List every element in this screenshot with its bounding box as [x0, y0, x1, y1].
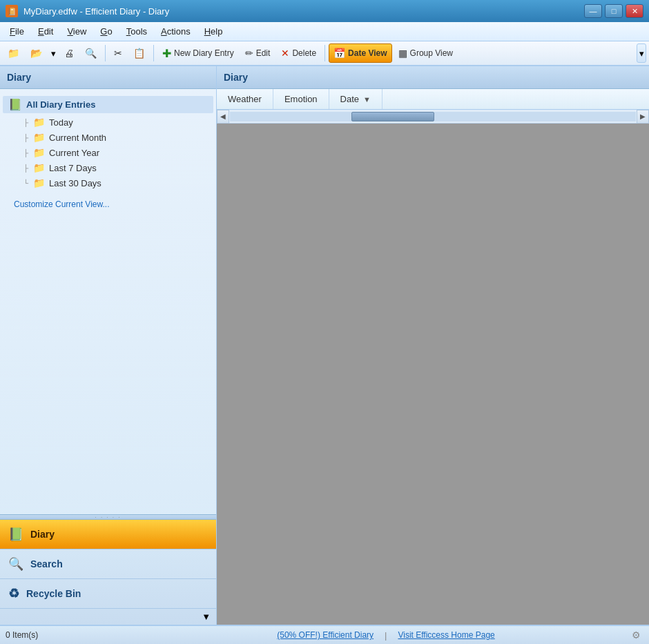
toolbar-overflow[interactable]: ▾ [637, 43, 646, 63]
toolbar-group-view-label: Group View [410, 48, 453, 58]
toolbar-open[interactable]: 📂 [26, 43, 47, 63]
scroll-track[interactable] [230, 112, 636, 121]
nav-search-label: Search [30, 558, 63, 569]
toolbar-date-view-label: Date View [348, 48, 387, 58]
menu-help[interactable]: Help [197, 24, 230, 39]
toolbar-open-dropdown[interactable]: ▾ [48, 43, 58, 63]
home-link[interactable]: Visit Efficcess Home Page [398, 630, 494, 640]
main-layout: Diary 📗 All Diary Entries ├ 📁 Today ├ 📁 … [0, 66, 649, 625]
item-count: 0 Item(s) [6, 630, 144, 640]
new-entry-icon: ✚ [162, 47, 171, 60]
toolbar-print[interactable]: 🖨 [59, 43, 79, 63]
tree-current-month-label: Current Month [49, 133, 106, 143]
toolbar-delete[interactable]: ✕ Delete [276, 43, 321, 63]
col-date-sort-icon: ▼ [363, 95, 371, 104]
app-icon: 📔 [6, 5, 18, 17]
status-icon-area[interactable]: ⚙ [628, 630, 643, 641]
scroll-left-button[interactable]: ◀ [217, 110, 229, 124]
tree-today-label: Today [49, 117, 73, 128]
last-30-days-folder-icon: 📁 [33, 177, 45, 188]
delete-icon: ✕ [281, 48, 289, 59]
toolbar-new-entry[interactable]: ✚ New Diary Entry [157, 43, 239, 63]
nav-recycle-bin-label: Recycle Bin [26, 588, 81, 599]
toolbar-group-view[interactable]: ▦ Group View [394, 43, 458, 63]
tree-root-label: All Diary Entries [26, 99, 95, 110]
tree-current-year-label: Current Year [49, 148, 99, 158]
window-title: MyDiary.edfw - Efficient Diary - Diary [23, 6, 584, 17]
tree-item-current-month[interactable]: ├ 📁 Current Month [19, 130, 216, 145]
tree-item-last-7-days[interactable]: ├ 📁 Last 7 Days [19, 160, 216, 175]
all-entries-icon: 📗 [8, 98, 22, 111]
menu-go[interactable]: Go [93, 24, 119, 39]
tree-item-current-year[interactable]: ├ 📁 Current Year [19, 145, 216, 160]
separator-3 [324, 45, 325, 61]
close-button[interactable]: ✕ [626, 4, 643, 18]
tree-children: ├ 📁 Today ├ 📁 Current Month ├ 📁 Current … [19, 115, 216, 191]
menu-actions[interactable]: Actions [154, 24, 197, 39]
toolbar-new-folder[interactable]: 📁 [3, 43, 24, 63]
nav-more-arrow-icon: ▼ [202, 612, 211, 622]
maximize-button[interactable]: □ [605, 4, 623, 18]
new-folder-icon: 📁 [8, 48, 19, 59]
menu-file[interactable]: File [3, 24, 31, 39]
customize-link[interactable]: Customize Current View... [7, 193, 117, 216]
today-folder-icon: 📁 [33, 117, 45, 128]
open-icon: 📂 [30, 48, 42, 59]
nav-search[interactable]: 🔍 Search [0, 549, 216, 579]
col-header-weather[interactable]: Weather [217, 89, 273, 109]
toolbar-copy[interactable]: 📋 [128, 43, 150, 63]
left-panel: Diary 📗 All Diary Entries ├ 📁 Today ├ 📁 … [0, 66, 217, 625]
col-header-date[interactable]: Date ▼ [329, 89, 382, 109]
panel-resizer[interactable]: · · · · · [0, 514, 216, 520]
nav-diary-label: Diary [30, 529, 55, 540]
left-panel-header: Diary [0, 66, 216, 89]
tree-item-today[interactable]: ├ 📁 Today [19, 115, 216, 130]
nav-diary[interactable]: 📗 Diary [0, 520, 216, 549]
tree-item-last-30-days[interactable]: └ 📁 Last 30 Days [19, 175, 216, 191]
minimize-button[interactable]: — [584, 4, 602, 18]
horizontal-scrollbar[interactable]: ◀ ▶ [217, 110, 649, 124]
toolbar-edit[interactable]: ✏ Edit [240, 43, 275, 63]
current-year-folder-icon: 📁 [33, 147, 45, 158]
toolbar-find[interactable]: 🔍 [80, 43, 101, 63]
scroll-thumb[interactable] [351, 112, 434, 121]
col-emotion-label: Emotion [284, 94, 318, 104]
tree-last-30-days-label: Last 30 Days [49, 178, 101, 188]
menu-edit[interactable]: Edit [31, 24, 60, 39]
title-bar: 📔 MyDiary.edfw - Efficient Diary - Diary… [0, 0, 649, 22]
scroll-right-button[interactable]: ▶ [637, 110, 649, 124]
toolbar-edit-label: Edit [256, 48, 271, 58]
group-view-icon: ▦ [398, 48, 407, 59]
nav-recycle-bin[interactable]: ♻ Recycle Bin [0, 579, 216, 609]
promo-link[interactable]: (50% OFF!) Efficient Diary [277, 630, 374, 640]
tree-last-7-days-label: Last 7 Days [49, 163, 97, 173]
nav-buttons: 📗 Diary 🔍 Search ♻ Recycle Bin ▼ [0, 520, 216, 625]
col-weather-label: Weather [228, 94, 262, 104]
diary-content-area [217, 124, 649, 625]
nav-more-button[interactable]: ▼ [0, 609, 216, 625]
col-header-emotion[interactable]: Emotion [273, 89, 329, 109]
current-month-folder-icon: 📁 [33, 132, 45, 143]
separator-2 [153, 45, 154, 61]
status-gear-icon: ⚙ [632, 630, 641, 641]
date-view-icon: 📅 [333, 48, 345, 59]
status-bar: 0 Item(s) (50% OFF!) Efficient Diary | V… [0, 625, 649, 644]
status-separator: | [385, 630, 387, 641]
tree-root-all-entries[interactable]: 📗 All Diary Entries [3, 96, 213, 113]
right-panel-header: Diary [217, 66, 649, 89]
separator-1 [105, 45, 106, 61]
search-nav-icon: 🔍 [8, 556, 23, 572]
cut-icon: ✂ [114, 48, 122, 59]
menu-view[interactable]: View [60, 24, 93, 39]
content-area: ◀ ▶ [217, 110, 649, 625]
toolbar-cut[interactable]: ✂ [109, 43, 127, 63]
toolbar-date-view[interactable]: 📅 Date View [329, 43, 391, 63]
toolbar: 📁 📂 ▾ 🖨 🔍 ✂ 📋 ✚ New Diary Entry ✏ Edit ✕… [0, 41, 649, 66]
tree-view: 📗 All Diary Entries ├ 📁 Today ├ 📁 Curren… [0, 89, 216, 307]
find-icon: 🔍 [85, 48, 97, 59]
toolbar-new-entry-label: New Diary Entry [174, 48, 234, 58]
edit-icon: ✏ [245, 48, 253, 59]
menu-tools[interactable]: Tools [119, 24, 154, 39]
col-date-label: Date [340, 94, 359, 104]
last-7-days-folder-icon: 📁 [33, 162, 45, 173]
